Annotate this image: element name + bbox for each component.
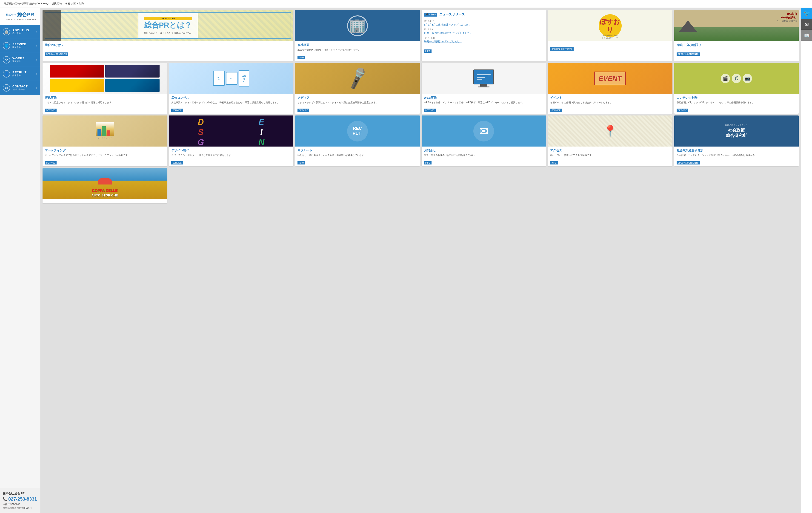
nav-arrow-3: ›: [36, 72, 37, 76]
nav-en-0: ABOUT US: [12, 29, 36, 32]
contact-phone-number: 027-253-8331: [8, 496, 37, 502]
event-image: EVENT: [548, 63, 672, 94]
sogo-pr-image: WHAT'S SPR? 総合PRとは？ 私たちのこと、知っておいて損はありません…: [42, 10, 293, 41]
tile-koukoku[interactable]: AdAD AD ADADAD 広告コンサル 折込事業・メディア広告・デザイン制作…: [169, 63, 294, 114]
tile-tag-web: SERVICE: [424, 109, 436, 112]
tile-coppa[interactable]: COPPA DELLE AUTO STORICHE: [42, 168, 167, 204]
nav-en-4: CONTACT: [12, 85, 36, 88]
mail-button[interactable]: ✉: [801, 19, 812, 30]
tile-recruit[interactable]: RECRUIT リクルート 私たちと一緒に働きませんか？新卒・中途問わず募集して…: [295, 115, 420, 166]
tile-body-kaisha: 会社概要 株式会社総合PRの概要・沿革・メッセージ等のご紹介です。: [295, 41, 420, 54]
contact-image: ✉: [422, 115, 546, 146]
book-button[interactable]: 📖: [801, 30, 812, 41]
recruit-image: RECRUIT: [295, 115, 420, 146]
map-pin: 📍: [603, 125, 617, 138]
tile-image-content: 🎬 🎵 📷: [674, 63, 799, 94]
sidebar-item-about-us[interactable]: 🏢 ABOUT US 会社案内 ›: [0, 25, 40, 39]
tile-title-kaisha: 会社概要: [297, 43, 417, 47]
nav-arrow-1: ›: [36, 44, 37, 47]
web-image: [422, 63, 546, 94]
access-image: 📍: [548, 115, 672, 146]
tile-body-contact: お問合せ 広告に関するお悩みはお気軽にお問合せください。: [422, 146, 546, 159]
nav-icon-2: ⚙: [3, 56, 10, 63]
tile-desc-media: ラジオ・テレビ・新聞などマスメディアを利用した広告展開をご提案します。: [297, 101, 417, 104]
tile-media[interactable]: 🎤 メディア ラジオ・テレビ・新聞などマスメディアを利用した広告展開をご提案しま…: [295, 63, 420, 114]
nav-icon-3: 👤: [3, 70, 10, 78]
nav-arrow-4: ›: [36, 86, 37, 89]
content-image: 🎬 🎵 📷: [674, 63, 799, 94]
tile-title-media: メディア: [297, 96, 417, 100]
tile-tag-kaisha: INFO: [297, 56, 305, 59]
news-item-0[interactable]: 2018.4.10 1月2月3月の出稿統計をアップしました。: [424, 20, 544, 26]
tile-desc-contact: 広告に関するお悩みはお気軽にお問合せください。: [424, 154, 544, 157]
tile-desc-content: 番組企画、VP、ラジオCM、デジタルコンテンツ等の企画開発を行います。: [676, 101, 796, 104]
nav-ja-1: 事業案内: [12, 46, 36, 49]
tile-tag-recruit: INFO: [297, 161, 305, 164]
kaisha-image: 🏢: [295, 10, 420, 41]
phone-icon: 📞: [3, 497, 7, 501]
tile-access[interactable]: 📍 アクセス 本社・支社・営業所のアクセス案内です。 INFO: [548, 115, 672, 166]
tile-title-event: イベント: [550, 96, 670, 100]
tile-posutori[interactable]: ぽすおり 新聞無購読世帯等チラシ配達サービス SPECIAL CONTENTS: [548, 10, 672, 61]
sidebar-nav: 🏢 ABOUT US 会社案内 › 🌐 SERVICE 事業案内 › ⚙ WOR…: [0, 25, 40, 488]
tile-desc-origami: エリアの特定からポスティングまで国内外へ迅速な対応をします。: [45, 101, 165, 104]
news-date-2: 2017.11.16: [424, 37, 544, 39]
tile-content[interactable]: 🎬 🎵 📷 コンテンツ制作 番組企画、VP、ラジオCM、デジタルコンテンツ等の企…: [674, 63, 799, 114]
nav-ja-2: 実績紹介: [12, 60, 36, 63]
sidebar-item-contact[interactable]: ✉ CONTACT お問い合わせ ›: [0, 81, 40, 95]
twitter-button[interactable]: 🐦: [801, 8, 812, 19]
tile-tag-access: INFO: [550, 161, 558, 164]
tile-event[interactable]: EVENT イベント 各種イベントの企画〜実施までを総合的にサポートします。 S…: [548, 63, 672, 114]
tile-tag-origami: SERVICE: [45, 109, 57, 112]
tile-body-recruit: リクルート 私たちと一緒に働きませんか？新卒・中途問わず募集しています。: [295, 146, 420, 159]
tile-origami[interactable]: 折込事業 エリアの特定からポスティングまで国内外へ迅速な対応をします。 SERV…: [42, 63, 167, 114]
posutori-circle: ぽすおり: [599, 14, 621, 37]
tile-desc-recruit: 私たちと一緒に働きませんか？新卒・中途問わず募集しています。: [297, 154, 417, 157]
tile-title-web: WEB事業: [424, 96, 544, 100]
tile-design[interactable]: D E S I G N デザイン制作 ロゴ・チラシ・ポスター・冊子など最良のご提…: [169, 115, 294, 166]
tile-image-origami: [42, 63, 167, 94]
sidebar-item-works[interactable]: ⚙ WORKS 実績紹介 ›: [0, 53, 40, 67]
news-item-2[interactable]: 2017.11.16 10月の出稿統計をアップしまし…: [424, 37, 544, 43]
sidebar-contact: 株式会社 総合 PR 📞 027-253-8331 本社 〒371-0846 群…: [0, 488, 40, 513]
tile-body-coppa: [42, 199, 167, 204]
tile-news[interactable]: 🏴 NEWS ニュースリリース 2018.4.10 1月2月3月の出稿統計をアッ…: [422, 10, 546, 61]
contact-phone: 📞 027-253-8331: [3, 496, 37, 502]
sidebar-item-service[interactable]: 🌐 SERVICE 事業案内 ›: [0, 39, 40, 53]
tile-body-origami: 折込事業 エリアの特定からポスティングまで国内外へ迅速な対応をします。: [42, 94, 167, 107]
tile-title-access: アクセス: [550, 148, 670, 153]
tile-image-koukoku: AdAD AD ADADAD: [169, 63, 294, 94]
tile-title-contact: お問合せ: [424, 148, 544, 153]
top-nav: 群馬県の広告代理店 総合ピーアール 折込広告 各種企画・制作: [0, 0, 812, 8]
tile-image-akagi: 赤城山分校物語り こどもの育成と地域交流: [674, 10, 799, 41]
nav-icon-1: 🌐: [3, 42, 10, 50]
tile-akagi[interactable]: 赤城山分校物語り こどもの育成と地域交流 赤城山 分校物語り SPECIAL C…: [674, 10, 799, 61]
tile-web[interactable]: WEB事業 WEBサイト制作、インターネット広告、WEB解析、最適なWEBプロモ…: [422, 63, 546, 114]
nav-icon-0: 🏢: [3, 28, 10, 35]
tile-tag-koukoku: SERVICE: [171, 109, 183, 112]
nav-ja-4: お問い合わせ: [12, 88, 36, 91]
tile-body-marketing: マーケティング マーケティングが全てではありませんが全てのことにマーケティングが…: [42, 146, 167, 159]
tile-title-akagi: 赤城山 分校物語り: [676, 43, 796, 47]
contact-address-text: 群馬県前橋市元総社町936-4: [3, 507, 32, 509]
tile-body-content: コンテンツ制作 番組企画、VP、ラジオCM、デジタルコンテンツ等の企画開発を行い…: [674, 94, 799, 107]
tile-shakai[interactable]: 地域の総合シンクタンク 社会政策総合研究所 社会政策総合研究所 企画提案、コンサ…: [674, 115, 799, 166]
tile-tag-media: SERVICE: [297, 109, 309, 112]
tile-contact[interactable]: ✉ お問合せ 広告に関するお悩みはお気軽にお問合せください。 INFO: [422, 115, 546, 166]
tile-image-coppa: COPPA DELLE AUTO STORICHE: [42, 168, 167, 199]
main-content: WHAT'S SPR? 総合PRとは？ 私たちのこと、知っておいて損はありません…: [40, 8, 801, 513]
tile-body-access: アクセス 本社・支社・営業所のアクセス案内です。: [548, 146, 672, 159]
news-title: ニュースリリース: [439, 12, 465, 17]
akagi-sub: こどもの育成と地域交流: [777, 20, 797, 22]
tile-tag-content: SERVICE: [676, 109, 688, 112]
sidebar-item-recruit[interactable]: 👤 RECRUIT 採用案内 ›: [0, 67, 40, 81]
tile-image-design: D E S I G N: [169, 115, 294, 146]
nav-ja-0: 会社案内: [12, 32, 36, 35]
tile-desc-access: 本社・支社・営業所のアクセス案内です。: [550, 154, 670, 157]
shakai-image: 地域の総合シンクタンク 社会政策総合研究所: [674, 115, 799, 146]
tile-kaisha[interactable]: 🏢 会社概要 株式会社総合PRの概要・沿革・メッセージ等のご紹介です。 INFO: [295, 10, 420, 61]
tile-sogo-pr[interactable]: WHAT'S SPR? 総合PRとは？ 私たちのこと、知っておいて損はありません…: [42, 10, 293, 61]
tile-marketing[interactable]: マーケティング マーケティング マーケティングが全てではありませんが全てのことに…: [42, 115, 167, 166]
tile-tag-posutori: SPECIAL CONTENTS: [550, 47, 574, 51]
news-item-1[interactable]: 2018.2.9 11月と12月の出稿統計をアップしました。: [424, 28, 544, 35]
